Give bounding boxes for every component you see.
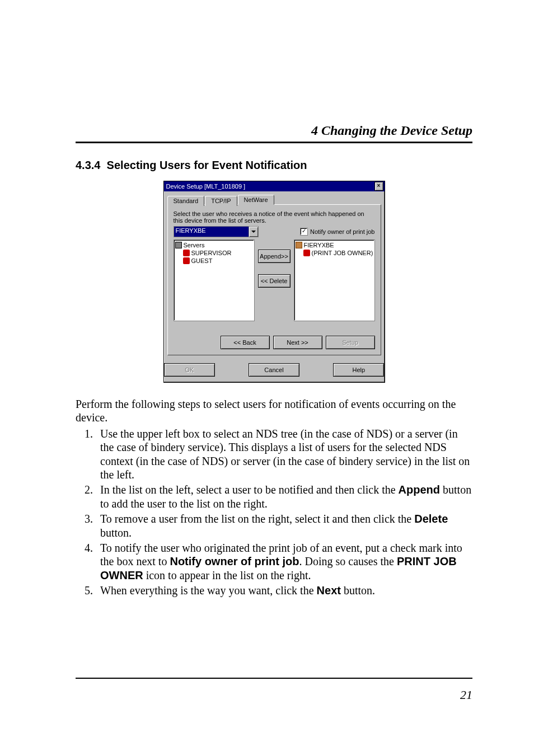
intro-paragraph: Perform the following steps to select us… [76, 397, 472, 425]
close-icon[interactable]: × [374, 182, 383, 191]
server-combo-value: FIERYXBE [174, 227, 249, 237]
step-text: In the list on the left, select a user t… [100, 483, 399, 496]
tree-item-label: GUEST [191, 257, 213, 265]
notify-owner-text: Notify owner of print job [310, 228, 375, 235]
notify-owner-checkbox[interactable]: ✓ [300, 228, 308, 236]
next-button[interactable]: Next >> [273, 336, 322, 349]
tree-item-label: (PRINT JOB OWNER) [312, 249, 373, 257]
step-1: Use the upper left box to select an NDS … [96, 427, 472, 482]
section-title: Selecting Users for Event Notification [107, 159, 307, 171]
list-item[interactable]: (PRINT JOB OWNER) [296, 249, 373, 257]
tree-item-label: SUPERVISOR [191, 249, 232, 257]
step-text: icon to appear in the list on the right. [143, 569, 311, 581]
server-icon [296, 242, 302, 248]
chevron-down-icon[interactable] [249, 227, 258, 237]
dialog-title: Device Setup [MLT_101809 ] [166, 183, 246, 190]
steps-list: Use the upper left box to select an NDS … [76, 427, 472, 598]
page-number: 21 [460, 688, 472, 702]
list-item[interactable]: FIERYXBE [296, 241, 373, 249]
list-item[interactable]: SUPERVISOR [175, 249, 253, 257]
step-4: To notify the user who originated the pr… [96, 541, 472, 582]
notify-owner-label[interactable]: ✓ Notify owner of print job [300, 228, 375, 236]
notify-users-list[interactable]: FIERYXBE (PRINT JOB OWNER) [294, 240, 375, 321]
bold-next: Next [317, 584, 341, 597]
tab-tcpip[interactable]: TCP/IP [205, 196, 237, 206]
step-text: To remove a user from the list on the ri… [100, 513, 414, 525]
header-rule [76, 142, 472, 143]
footer-rule [76, 678, 472, 679]
server-combo[interactable]: FIERYXBE [174, 226, 259, 237]
cancel-button[interactable]: Cancel [249, 363, 299, 377]
tree-root-label: Servers [184, 241, 205, 249]
step-text: button. [100, 527, 132, 539]
server-icon [175, 242, 182, 248]
tree-root-label: FIERYXBE [304, 241, 334, 249]
bold-delete: Delete [414, 513, 448, 525]
user-icon [183, 257, 190, 264]
delete-button[interactable]: << Delete [258, 274, 291, 288]
section-heading: 4.3.4 Selecting Users for Event Notifica… [76, 159, 472, 172]
device-setup-dialog: Device Setup [MLT_101809 ] × Standard TC… [163, 181, 385, 383]
chapter-title: 4 Changing the Device Setup [76, 123, 472, 138]
screenshot-figure: Device Setup [MLT_101809 ] × Standard TC… [76, 181, 472, 383]
step-text: . Doing so causes the [299, 555, 397, 567]
step-text: button. [341, 584, 375, 597]
step-2: In the list on the left, select a user t… [96, 483, 472, 510]
bold-append: Append [399, 483, 440, 496]
list-item[interactable]: GUEST [175, 257, 253, 265]
list-item[interactable]: Servers [175, 241, 253, 249]
tab-page-netware: Select the user who receives a notice of… [167, 204, 381, 355]
tab-standard[interactable]: Standard [167, 196, 205, 206]
bold-notify: Notify owner of print job [170, 555, 299, 567]
append-button[interactable]: Append>> [258, 250, 291, 263]
tab-strip: Standard TCP/IP NetWare [167, 195, 382, 205]
users-source-list[interactable]: Servers SUPERVISOR GUEST [174, 240, 255, 321]
step-3: To remove a user from the list on the ri… [96, 512, 472, 539]
back-button[interactable]: << Back [221, 336, 270, 349]
ok-button: OK [164, 363, 215, 377]
instruction-text: Select the user who receives a notice of… [174, 210, 375, 224]
user-icon [303, 250, 310, 256]
step-5: When everything is the way you want, cli… [96, 584, 472, 597]
help-button[interactable]: Help [333, 363, 384, 377]
tab-netware[interactable]: NetWare [238, 195, 274, 205]
section-number: 4.3.4 [76, 159, 100, 171]
step-text: When everything is the way you want, cli… [100, 584, 317, 597]
setup-button: Setup [326, 336, 375, 349]
dialog-titlebar: Device Setup [MLT_101809 ] × [164, 181, 385, 191]
user-icon [183, 250, 190, 256]
